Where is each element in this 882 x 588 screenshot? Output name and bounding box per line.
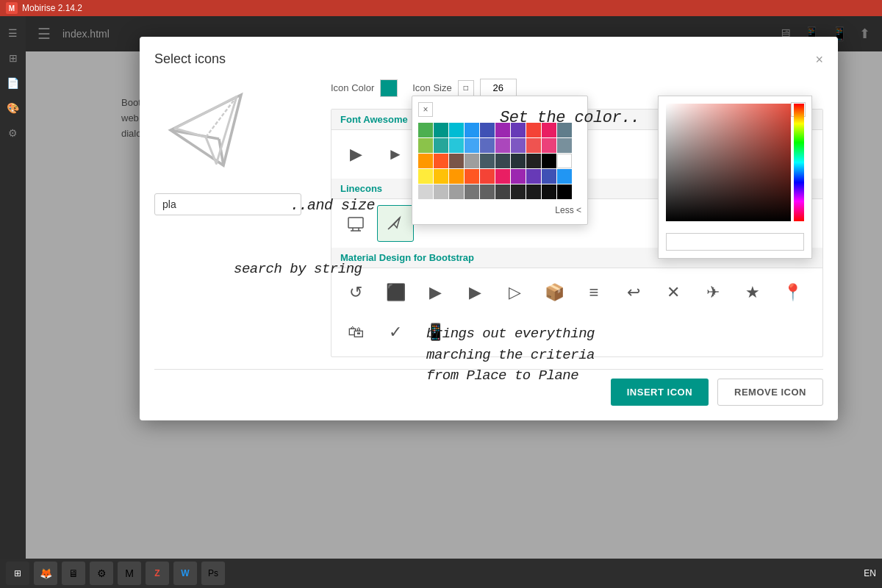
icon-item[interactable]: ↺ xyxy=(337,274,374,311)
icon-item[interactable]: ★ xyxy=(734,274,771,311)
color-swatch-item[interactable] xyxy=(542,123,556,137)
color-swatch-item[interactable] xyxy=(449,154,464,168)
icon-item[interactable]: 📱 xyxy=(417,314,453,351)
color-picker-close-button[interactable]: × xyxy=(418,102,433,117)
color-swatch-item[interactable] xyxy=(418,169,433,184)
color-swatch-item[interactable] xyxy=(526,123,541,137)
sidebar-style[interactable]: 🎨 xyxy=(2,97,24,119)
icon-item[interactable]: ≡ xyxy=(576,274,612,311)
taskbar-ftp[interactable]: Z xyxy=(146,562,169,585)
taskbar-language: EN xyxy=(864,568,876,578)
gradient-controls xyxy=(666,104,804,227)
icon-item[interactable]: ✈ xyxy=(695,274,731,311)
color-swatch-item[interactable] xyxy=(526,169,541,184)
size-input[interactable]: 26 xyxy=(480,79,517,97)
size-decrease-button[interactable]: □ xyxy=(458,80,474,96)
sidebar-pages[interactable]: 📄 xyxy=(2,72,24,94)
color-swatch-item[interactable] xyxy=(465,184,479,199)
taskbar-right: EN xyxy=(864,568,876,578)
color-swatch-item[interactable] xyxy=(480,184,495,199)
search-input[interactable]: pla xyxy=(154,193,301,215)
taskbar-start[interactable]: ⊞ xyxy=(6,562,29,585)
color-swatch-item[interactable] xyxy=(495,154,510,168)
icon-item[interactable]: ✓ xyxy=(377,314,414,351)
color-swatch-item[interactable] xyxy=(465,154,479,168)
color-swatch-item[interactable] xyxy=(480,138,495,153)
color-swatch-item[interactable] xyxy=(434,138,448,153)
color-swatch-item[interactable] xyxy=(418,123,433,137)
color-swatch-item[interactable] xyxy=(511,123,526,137)
color-swatch-item[interactable] xyxy=(434,123,448,137)
color-swatch-item[interactable] xyxy=(526,154,541,168)
sidebar-settings[interactable]: ⚙ xyxy=(2,122,24,144)
color-swatch-item[interactable] xyxy=(449,169,464,184)
icon-item[interactable]: ▶ xyxy=(417,274,453,311)
taskbar-settings[interactable]: ⚙ xyxy=(90,562,113,585)
color-swatch-item[interactable] xyxy=(511,184,526,199)
taskbar-word[interactable]: W xyxy=(173,562,197,585)
icon-item[interactable]: ▷ xyxy=(496,274,533,311)
color-picker-header: × xyxy=(418,102,581,117)
color-swatch-item[interactable] xyxy=(449,184,464,199)
color-swatch-item[interactable] xyxy=(465,169,479,184)
color-swatch-item[interactable] xyxy=(511,154,526,168)
color-swatch-item[interactable] xyxy=(557,184,572,199)
word-icon: W xyxy=(181,568,189,578)
less-link[interactable]: Less < xyxy=(418,205,581,215)
color-swatch-item[interactable] xyxy=(418,184,433,199)
taskbar-app1[interactable]: M xyxy=(118,562,141,585)
icon-item[interactable]: ✕ xyxy=(655,274,692,311)
sidebar-menu[interactable]: ☰ xyxy=(2,22,24,44)
color-swatch-item[interactable] xyxy=(511,138,526,153)
color-swatch-item[interactable] xyxy=(449,123,464,137)
color-swatch-item[interactable] xyxy=(418,138,433,153)
color-swatch-item[interactable] xyxy=(557,154,572,168)
icon-item[interactable] xyxy=(377,205,414,242)
controls-row: Icon Color Icon Size □ 26 xyxy=(331,79,823,97)
color-swatch-item[interactable] xyxy=(526,184,541,199)
hue-strip[interactable] xyxy=(794,104,804,221)
insert-icon-button[interactable]: INSERT ICON xyxy=(611,379,709,406)
icon-item[interactable]: 🛍 xyxy=(337,314,374,351)
taskbar-photoshop[interactable]: Ps xyxy=(201,562,225,585)
color-swatch-item[interactable] xyxy=(418,154,433,168)
icon-item[interactable]: 📍 xyxy=(774,274,811,311)
dialog-close-button[interactable]: × xyxy=(815,53,823,66)
color-swatch-item[interactable] xyxy=(557,123,572,137)
taskbar-firefox[interactable]: 🦊 xyxy=(34,562,57,585)
color-swatch-item[interactable] xyxy=(526,138,541,153)
icon-item[interactable] xyxy=(337,205,374,242)
color-swatch-item[interactable] xyxy=(480,169,495,184)
icon-item[interactable]: ▶ xyxy=(456,274,493,311)
color-swatch-item[interactable] xyxy=(495,138,510,153)
color-swatch-item[interactable] xyxy=(542,184,556,199)
taskbar-explorer[interactable]: 🖥 xyxy=(62,562,85,585)
color-swatch-item[interactable] xyxy=(434,154,448,168)
color-swatch-item[interactable] xyxy=(511,169,526,184)
hex-color-input[interactable] xyxy=(666,233,804,251)
color-swatch-item[interactable] xyxy=(465,123,479,137)
color-swatch-item[interactable] xyxy=(557,169,572,184)
color-swatch-item[interactable] xyxy=(434,169,448,184)
color-swatch[interactable] xyxy=(380,79,398,97)
color-swatch-item[interactable] xyxy=(434,184,448,199)
color-swatch-item[interactable] xyxy=(542,154,556,168)
icon-item[interactable]: 📦 xyxy=(536,274,573,311)
color-swatch-item[interactable] xyxy=(480,154,495,168)
color-swatch-item[interactable] xyxy=(495,169,510,184)
gradient-canvas[interactable] xyxy=(666,104,791,221)
sidebar-blocks[interactable]: ⊞ xyxy=(2,47,24,69)
color-swatch-item[interactable] xyxy=(557,138,572,153)
icon-item[interactable]: ↩ xyxy=(615,274,652,311)
icon-item[interactable]: ▶ xyxy=(337,136,374,173)
color-swatch-item[interactable] xyxy=(449,138,464,153)
color-swatch-item[interactable] xyxy=(465,138,479,153)
color-swatch-item[interactable] xyxy=(495,123,510,137)
icon-item[interactable]: ► xyxy=(377,136,414,173)
color-swatch-item[interactable] xyxy=(542,169,556,184)
color-swatch-item[interactable] xyxy=(542,138,556,153)
color-swatch-item[interactable] xyxy=(495,184,510,199)
icon-item[interactable]: ⬛ xyxy=(377,274,414,311)
color-swatch-item[interactable] xyxy=(480,123,495,137)
remove-icon-button[interactable]: REMOVE ICON xyxy=(717,379,823,406)
